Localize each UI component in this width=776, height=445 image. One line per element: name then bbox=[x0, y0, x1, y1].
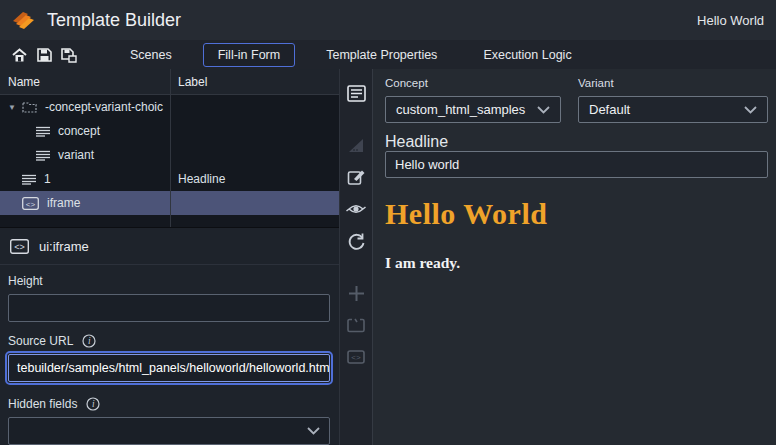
headline-input[interactable]: Hello world bbox=[385, 151, 768, 178]
tree-item-name: 1 bbox=[44, 172, 51, 186]
tab-template-properties[interactable]: Template Properties bbox=[311, 43, 452, 67]
tree-item-name: iframe bbox=[47, 196, 80, 210]
code-icon: <> bbox=[10, 239, 29, 254]
properties-panel: <> ui:iframe Height Source URL i bbox=[0, 227, 339, 445]
tab-fill-in-form[interactable]: Fill-in Form bbox=[203, 43, 296, 67]
fill-in-form-panel: Concept custom_html_samples Variant Defa… bbox=[373, 69, 776, 445]
hidden-fields-select[interactable] bbox=[8, 417, 330, 445]
svg-text:i: i bbox=[88, 336, 91, 346]
tree-col-name: Name bbox=[0, 75, 170, 89]
svg-text:<>: <> bbox=[351, 353, 361, 362]
preview-body-text: I am ready. bbox=[385, 254, 768, 272]
height-label: Height bbox=[8, 274, 331, 288]
save-icon[interactable] bbox=[33, 45, 55, 65]
concept-label: Concept bbox=[385, 77, 561, 89]
template-preview: Hello World I am ready. bbox=[385, 197, 768, 272]
ruler-icon[interactable] bbox=[345, 134, 367, 156]
preview-rotate-icon[interactable] bbox=[345, 198, 367, 220]
preview-heading: Hello World bbox=[385, 197, 768, 231]
insert-snippet-icon[interactable] bbox=[345, 314, 367, 336]
svg-text:<>: <> bbox=[14, 242, 25, 252]
info-icon[interactable]: i bbox=[86, 397, 100, 411]
left-column: Name Label ▼ -concept-variant-choic bbox=[0, 69, 339, 445]
save-as-icon[interactable] bbox=[58, 45, 80, 65]
main-content: Name Label ▼ -concept-variant-choic bbox=[0, 69, 776, 445]
app-logo-icon bbox=[10, 7, 37, 33]
tree-item-label: Headline bbox=[170, 172, 225, 186]
form-panel-icon[interactable] bbox=[345, 82, 367, 104]
element-tree: Name Label ▼ -concept-variant-choic bbox=[0, 69, 339, 227]
tab-group: Scenes Fill-in Form Template Properties … bbox=[115, 43, 603, 67]
headline-label: Headline bbox=[385, 133, 768, 151]
document-name: Hello World bbox=[697, 13, 766, 28]
edit-icon[interactable] bbox=[345, 166, 367, 188]
tree-column-divider[interactable] bbox=[170, 69, 171, 227]
chevron-down-icon bbox=[537, 106, 550, 114]
chevron-down-icon bbox=[744, 106, 757, 114]
svg-text:i: i bbox=[92, 399, 95, 409]
main-toolbar: Scenes Fill-in Form Template Properties … bbox=[0, 40, 776, 69]
tab-scenes[interactable]: Scenes bbox=[115, 43, 187, 67]
source-url-input[interactable]: tebuilder/samples/html_panels/helloworld… bbox=[8, 354, 330, 382]
tree-col-label: Label bbox=[170, 75, 207, 89]
add-icon[interactable] bbox=[345, 282, 367, 304]
code-block-icon[interactable]: <> bbox=[345, 346, 367, 368]
home-icon[interactable] bbox=[8, 45, 30, 65]
text-lines-icon bbox=[22, 174, 36, 185]
hidden-fields-label: Hidden fields i bbox=[8, 397, 331, 411]
chevron-down-icon bbox=[307, 427, 320, 435]
page-title: Template Builder bbox=[47, 10, 181, 31]
tree-item-name: variant bbox=[58, 148, 94, 162]
caret-down-icon[interactable]: ▼ bbox=[8, 103, 16, 112]
tab-execution-logic[interactable]: Execution Logic bbox=[468, 43, 586, 67]
code-icon: <> bbox=[22, 197, 39, 210]
refresh-icon[interactable] bbox=[345, 230, 367, 252]
app-header: Template Builder Hello World bbox=[0, 0, 776, 40]
side-toolbar: <> bbox=[339, 69, 373, 445]
concept-select[interactable]: custom_html_samples bbox=[385, 96, 561, 123]
info-icon[interactable]: i bbox=[82, 334, 96, 348]
variant-label: Variant bbox=[578, 77, 768, 89]
variant-select[interactable]: Default bbox=[578, 96, 768, 123]
text-lines-icon bbox=[36, 126, 50, 137]
height-input[interactable] bbox=[8, 294, 330, 322]
svg-text:<>: <> bbox=[26, 199, 36, 208]
tree-item-name: concept bbox=[58, 124, 100, 138]
folder-icon bbox=[22, 101, 37, 113]
properties-title: ui:iframe bbox=[39, 239, 89, 254]
properties-header: <> ui:iframe bbox=[0, 228, 339, 265]
tree-item-name: -concept-variant-choic bbox=[45, 100, 163, 114]
source-url-label: Source URL i bbox=[8, 334, 331, 348]
text-lines-icon bbox=[36, 150, 50, 161]
